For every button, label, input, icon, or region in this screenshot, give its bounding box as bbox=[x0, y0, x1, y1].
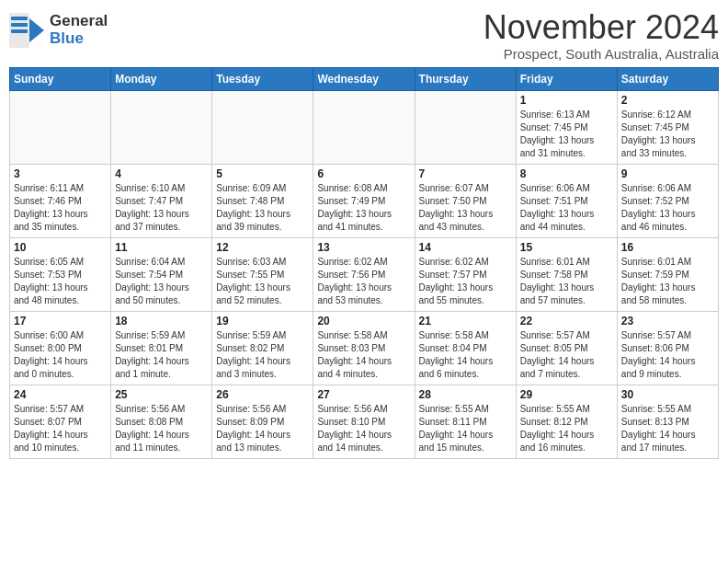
calendar-cell: 11Sunrise: 6:04 AM Sunset: 7:54 PM Dayli… bbox=[111, 237, 212, 311]
page-header: General Blue November 2024 Prospect, Sou… bbox=[9, 9, 719, 62]
day-info: Sunrise: 6:06 AM Sunset: 7:51 PM Dayligh… bbox=[520, 182, 613, 234]
calendar-cell: 24Sunrise: 5:57 AM Sunset: 8:07 PM Dayli… bbox=[10, 385, 111, 458]
day-info: Sunrise: 6:02 AM Sunset: 7:56 PM Dayligh… bbox=[317, 256, 410, 307]
day-number: 21 bbox=[419, 315, 512, 327]
calendar-week-1: 1Sunrise: 6:13 AM Sunset: 7:45 PM Daylig… bbox=[10, 90, 719, 164]
day-number: 8 bbox=[520, 167, 613, 180]
weekday-header-tuesday: Tuesday bbox=[212, 67, 313, 90]
calendar-cell bbox=[212, 90, 313, 164]
day-number: 25 bbox=[115, 388, 208, 401]
day-number: 2 bbox=[621, 94, 714, 107]
calendar-cell: 5Sunrise: 6:09 AM Sunset: 7:48 PM Daylig… bbox=[212, 164, 313, 237]
day-number: 26 bbox=[216, 388, 309, 401]
logo-blue: Blue bbox=[50, 30, 108, 48]
day-info: Sunrise: 6:13 AM Sunset: 7:45 PM Dayligh… bbox=[520, 109, 613, 160]
day-info: Sunrise: 6:06 AM Sunset: 7:52 PM Dayligh… bbox=[621, 182, 714, 234]
day-number: 9 bbox=[621, 167, 714, 180]
svg-marker-1 bbox=[29, 18, 44, 42]
day-info: Sunrise: 5:57 AM Sunset: 8:06 PM Dayligh… bbox=[621, 329, 714, 381]
calendar-cell: 28Sunrise: 5:55 AM Sunset: 8:11 PM Dayli… bbox=[415, 385, 516, 458]
day-info: Sunrise: 6:00 AM Sunset: 8:00 PM Dayligh… bbox=[14, 329, 107, 381]
day-number: 22 bbox=[520, 315, 613, 327]
day-number: 13 bbox=[317, 241, 410, 254]
calendar-cell: 30Sunrise: 5:55 AM Sunset: 8:13 PM Dayli… bbox=[617, 385, 718, 458]
svg-rect-4 bbox=[11, 29, 28, 33]
calendar-table: SundayMondayTuesdayWednesdayThursdayFrid… bbox=[9, 67, 719, 459]
calendar-week-2: 3Sunrise: 6:11 AM Sunset: 7:46 PM Daylig… bbox=[10, 164, 719, 237]
calendar-cell: 6Sunrise: 6:08 AM Sunset: 7:49 PM Daylig… bbox=[313, 164, 415, 237]
day-info: Sunrise: 5:59 AM Sunset: 8:02 PM Dayligh… bbox=[216, 329, 309, 381]
calendar-cell: 3Sunrise: 6:11 AM Sunset: 7:46 PM Daylig… bbox=[10, 164, 111, 237]
weekday-header-friday: Friday bbox=[516, 67, 617, 90]
day-number: 5 bbox=[216, 167, 309, 180]
day-info: Sunrise: 5:57 AM Sunset: 8:05 PM Dayligh… bbox=[520, 329, 613, 381]
day-number: 10 bbox=[14, 241, 107, 254]
weekday-header-monday: Monday bbox=[111, 67, 212, 90]
day-info: Sunrise: 5:58 AM Sunset: 8:04 PM Dayligh… bbox=[419, 329, 512, 381]
calendar-cell: 1Sunrise: 6:13 AM Sunset: 7:45 PM Daylig… bbox=[516, 90, 617, 164]
day-number: 19 bbox=[216, 315, 309, 327]
calendar-cell: 8Sunrise: 6:06 AM Sunset: 7:51 PM Daylig… bbox=[516, 164, 617, 237]
calendar-cell bbox=[10, 90, 111, 164]
day-number: 7 bbox=[419, 167, 512, 180]
day-number: 15 bbox=[520, 241, 613, 254]
weekday-header-thursday: Thursday bbox=[415, 67, 516, 90]
day-number: 27 bbox=[317, 388, 410, 401]
calendar-cell: 16Sunrise: 6:01 AM Sunset: 7:59 PM Dayli… bbox=[617, 237, 718, 311]
day-info: Sunrise: 5:56 AM Sunset: 8:09 PM Dayligh… bbox=[216, 403, 309, 454]
logo-svg bbox=[9, 13, 44, 48]
day-info: Sunrise: 6:03 AM Sunset: 7:55 PM Dayligh… bbox=[216, 256, 309, 307]
calendar-cell: 17Sunrise: 6:00 AM Sunset: 8:00 PM Dayli… bbox=[10, 311, 111, 385]
day-info: Sunrise: 5:58 AM Sunset: 8:03 PM Dayligh… bbox=[317, 329, 410, 381]
day-number: 16 bbox=[621, 241, 714, 254]
day-info: Sunrise: 6:10 AM Sunset: 7:47 PM Dayligh… bbox=[115, 182, 208, 234]
calendar-cell: 23Sunrise: 5:57 AM Sunset: 8:06 PM Dayli… bbox=[617, 311, 718, 385]
day-info: Sunrise: 5:56 AM Sunset: 8:08 PM Dayligh… bbox=[115, 403, 208, 454]
logo-text-block: General Blue bbox=[50, 13, 108, 47]
logo-container: General Blue bbox=[9, 13, 108, 48]
calendar-cell: 22Sunrise: 5:57 AM Sunset: 8:05 PM Dayli… bbox=[516, 311, 617, 385]
day-info: Sunrise: 6:09 AM Sunset: 7:48 PM Dayligh… bbox=[216, 182, 309, 234]
day-info: Sunrise: 5:55 AM Sunset: 8:13 PM Dayligh… bbox=[621, 403, 714, 454]
calendar-cell: 29Sunrise: 5:55 AM Sunset: 8:12 PM Dayli… bbox=[516, 385, 617, 458]
day-number: 17 bbox=[14, 315, 107, 327]
day-number: 23 bbox=[621, 315, 714, 327]
calendar-cell: 10Sunrise: 6:05 AM Sunset: 7:53 PM Dayli… bbox=[10, 237, 111, 311]
day-info: Sunrise: 6:04 AM Sunset: 7:54 PM Dayligh… bbox=[115, 256, 208, 307]
day-info: Sunrise: 6:12 AM Sunset: 7:45 PM Dayligh… bbox=[621, 109, 714, 160]
calendar-week-4: 17Sunrise: 6:00 AM Sunset: 8:00 PM Dayli… bbox=[10, 311, 719, 385]
weekday-header-saturday: Saturday bbox=[617, 67, 718, 90]
location-title: Prospect, South Australia, Australia bbox=[483, 46, 719, 62]
weekday-header-wednesday: Wednesday bbox=[313, 67, 415, 90]
day-number: 3 bbox=[14, 167, 107, 180]
calendar-cell bbox=[111, 90, 212, 164]
calendar-cell: 26Sunrise: 5:56 AM Sunset: 8:09 PM Dayli… bbox=[212, 385, 313, 458]
day-info: Sunrise: 5:57 AM Sunset: 8:07 PM Dayligh… bbox=[14, 403, 107, 454]
calendar-cell: 2Sunrise: 6:12 AM Sunset: 7:45 PM Daylig… bbox=[617, 90, 718, 164]
calendar-week-3: 10Sunrise: 6:05 AM Sunset: 7:53 PM Dayli… bbox=[10, 237, 719, 311]
day-info: Sunrise: 6:08 AM Sunset: 7:49 PM Dayligh… bbox=[317, 182, 410, 234]
calendar-cell: 27Sunrise: 5:56 AM Sunset: 8:10 PM Dayli… bbox=[313, 385, 415, 458]
calendar-cell: 15Sunrise: 6:01 AM Sunset: 7:58 PM Dayli… bbox=[516, 237, 617, 311]
day-number: 18 bbox=[115, 315, 208, 327]
day-number: 24 bbox=[14, 388, 107, 401]
day-number: 1 bbox=[520, 94, 613, 107]
day-info: Sunrise: 6:02 AM Sunset: 7:57 PM Dayligh… bbox=[419, 256, 512, 307]
calendar-cell: 19Sunrise: 5:59 AM Sunset: 8:02 PM Dayli… bbox=[212, 311, 313, 385]
day-info: Sunrise: 5:55 AM Sunset: 8:11 PM Dayligh… bbox=[419, 403, 512, 454]
weekday-header-row: SundayMondayTuesdayWednesdayThursdayFrid… bbox=[10, 67, 719, 90]
day-info: Sunrise: 6:01 AM Sunset: 7:59 PM Dayligh… bbox=[621, 256, 714, 307]
logo-general: General bbox=[50, 13, 108, 30]
logo-emblem bbox=[9, 13, 44, 48]
weekday-header-sunday: Sunday bbox=[10, 67, 111, 90]
calendar-cell: 25Sunrise: 5:56 AM Sunset: 8:08 PM Dayli… bbox=[111, 385, 212, 458]
day-info: Sunrise: 5:59 AM Sunset: 8:01 PM Dayligh… bbox=[115, 329, 208, 381]
calendar-cell: 20Sunrise: 5:58 AM Sunset: 8:03 PM Dayli… bbox=[313, 311, 415, 385]
calendar-cell bbox=[313, 90, 415, 164]
calendar-cell: 9Sunrise: 6:06 AM Sunset: 7:52 PM Daylig… bbox=[617, 164, 718, 237]
month-title: November 2024 bbox=[483, 9, 719, 46]
day-info: Sunrise: 6:07 AM Sunset: 7:50 PM Dayligh… bbox=[419, 182, 512, 234]
logo: General Blue bbox=[9, 9, 108, 48]
calendar-cell: 7Sunrise: 6:07 AM Sunset: 7:50 PM Daylig… bbox=[415, 164, 516, 237]
day-number: 20 bbox=[317, 315, 410, 327]
